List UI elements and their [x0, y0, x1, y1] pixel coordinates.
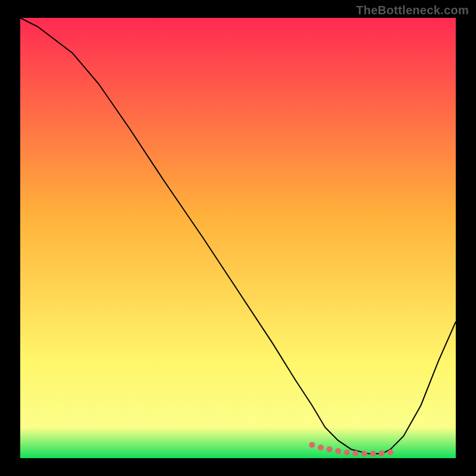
- min-dot: [318, 444, 324, 450]
- plot-gradient-background: [20, 18, 456, 458]
- watermark-text: TheBottleneck.com: [356, 4, 469, 17]
- min-dot: [361, 451, 367, 457]
- min-dot: [344, 449, 350, 455]
- bottleneck-chart: [0, 0, 476, 476]
- min-dot: [327, 446, 333, 452]
- min-dot: [379, 450, 385, 456]
- chart-container: TheBottleneck.com: [0, 0, 476, 476]
- min-dot: [387, 449, 393, 455]
- min-dot: [353, 450, 359, 456]
- min-dot: [370, 451, 376, 457]
- min-dot: [335, 448, 341, 454]
- min-dot: [309, 442, 315, 448]
